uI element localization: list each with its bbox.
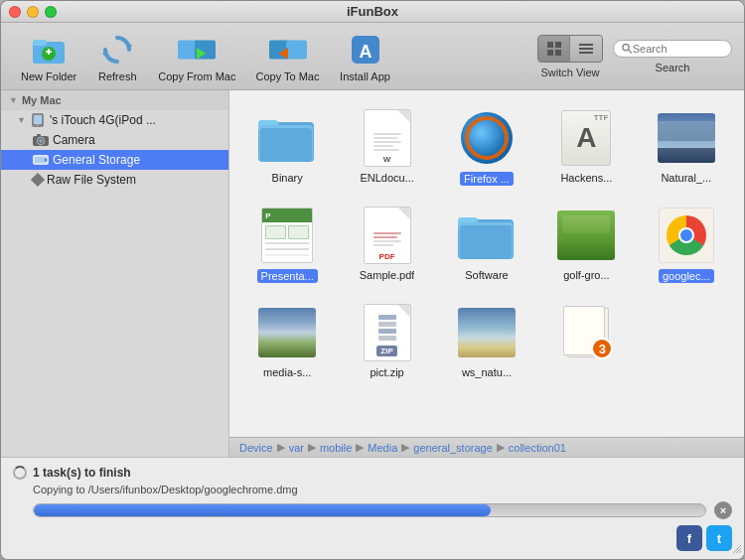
main-content: ▼ My Mac ▼ 's iTouch 4G(iPod ... <box>1 90 744 457</box>
software-label: Software <box>465 269 508 281</box>
sidebar-item-label-general-storage: General Storage <box>53 153 140 167</box>
minimize-button[interactable] <box>27 6 39 18</box>
breadcrumb-part-0[interactable]: Device <box>239 442 273 454</box>
file-item-golf-gro[interactable]: golf-gro... <box>540 200 632 289</box>
file-item-binary[interactable]: Binary <box>241 102 333 192</box>
maximize-button[interactable] <box>45 6 57 18</box>
file-area: Binary <box>229 90 744 457</box>
task-close-button[interactable]: × <box>714 501 732 519</box>
file-item-media-s[interactable]: media-s... <box>241 297 333 384</box>
media-s-label: media-s... <box>263 366 311 378</box>
sidebar-item-general-storage[interactable]: General Storage <box>1 150 228 170</box>
sidebar-item-label-raw-file-system: Raw File System <box>47 173 136 187</box>
sidebar-item-raw-file-system[interactable]: Raw File System <box>1 170 228 190</box>
copy-to-mac-label: Copy To Mac <box>256 70 320 82</box>
copy-from-mac-label: Copy From Mac <box>158 70 235 82</box>
facebook-button[interactable]: f <box>676 525 702 551</box>
breadcrumb-sep-3: ▶ <box>401 441 409 454</box>
svg-rect-11 <box>286 40 307 59</box>
sample-pdf-icon: PDF <box>358 206 417 265</box>
file-item-hackens[interactable]: TTF A Hackens... <box>540 102 632 192</box>
googlec-label: googlec... <box>659 269 714 283</box>
copy-from-mac-icon <box>178 31 216 69</box>
svg-rect-41 <box>460 225 512 258</box>
golf-gro-icon <box>556 206 616 265</box>
breadcrumb-sep-1: ▶ <box>308 441 316 454</box>
binary-icon <box>257 108 317 168</box>
itouch-icon <box>30 113 46 127</box>
breadcrumb-part-5[interactable]: collection01 <box>509 442 566 454</box>
svg-rect-1 <box>33 40 47 46</box>
new-folder-button[interactable]: New Folder <box>13 27 84 86</box>
search-label: Search <box>656 62 690 73</box>
resize-handle[interactable] <box>731 543 743 558</box>
sidebar-item-label-itouch: 's iTouch 4G(iPod ... <box>50 113 156 127</box>
file-item-natural[interactable]: Natural_... <box>641 102 732 192</box>
natural-label: Natural_... <box>661 172 711 184</box>
presenta-label: Presenta... <box>257 269 318 283</box>
file-item-ws-natu[interactable]: ws_natu... <box>441 297 532 384</box>
sample-pdf-label: Sample.pdf <box>360 269 415 281</box>
svg-rect-18 <box>555 50 561 56</box>
breadcrumb-part-2[interactable]: mobile <box>320 442 352 454</box>
pict-zip-icon: ZIP <box>358 303 417 362</box>
file-item-firefox[interactable]: Firefox ... <box>441 102 532 192</box>
sidebar-item-itouch[interactable]: ▼ 's iTouch 4G(iPod ... <box>1 110 228 130</box>
breadcrumb-sep-0: ▶ <box>277 441 285 454</box>
breadcrumb-sep-4: ▶ <box>497 441 505 454</box>
copy-from-mac-button[interactable]: Copy From Mac <box>150 27 243 86</box>
file-item-software[interactable]: Software <box>441 200 532 289</box>
breadcrumb-part-4[interactable]: general_storage <box>413 442 493 454</box>
traffic-lights <box>9 6 57 18</box>
software-icon <box>457 206 517 265</box>
twitter-button[interactable]: t <box>706 525 732 551</box>
storage-icon <box>33 153 49 167</box>
breadcrumb-sep-2: ▶ <box>356 441 364 454</box>
file-item-stacked[interactable]: 3 <box>540 297 632 384</box>
breadcrumb-bar: Device ▶ var ▶ mobile ▶ Media ▶ general_… <box>229 437 744 457</box>
svg-rect-20 <box>579 48 593 50</box>
search-input-wrap <box>613 40 732 58</box>
svg-rect-30 <box>37 134 41 137</box>
svg-point-26 <box>37 124 39 126</box>
file-item-sample-pdf[interactable]: PDF Sample.pdf <box>341 200 432 289</box>
sidebar-item-label-camera: Camera <box>53 133 95 147</box>
switch-view-label: Switch View <box>540 67 599 78</box>
svg-rect-25 <box>34 115 42 124</box>
search-input[interactable] <box>633 43 723 55</box>
breadcrumb-part-3[interactable]: Media <box>368 442 397 454</box>
toolbar: New Folder Refresh <box>1 23 744 90</box>
svg-point-22 <box>623 44 629 50</box>
sidebar-section-header: ▼ My Mac <box>1 90 228 110</box>
file-item-enldocu[interactable]: W ENLdocu... <box>341 102 432 192</box>
social-row: f t <box>13 525 732 551</box>
close-button[interactable] <box>9 6 21 18</box>
grid-view-button[interactable] <box>538 36 570 62</box>
svg-rect-19 <box>579 44 593 46</box>
pict-zip-label: pict.zip <box>370 366 403 378</box>
firefox-icon <box>457 108 517 168</box>
sidebar-item-camera[interactable]: Camera <box>1 130 228 150</box>
camera-icon <box>33 133 49 147</box>
sidebar: ▼ My Mac ▼ 's iTouch 4G(iPod ... <box>1 90 229 457</box>
svg-point-33 <box>45 159 48 162</box>
ws-natu-label: ws_natu... <box>462 366 512 378</box>
file-item-presenta[interactable]: P <box>241 200 333 289</box>
task-header: 1 task(s) to finish <box>13 466 732 480</box>
task-detail: Copying to /Users/ifunbox/Desktop/google… <box>33 484 732 495</box>
breadcrumb-part-1[interactable]: var <box>289 442 304 454</box>
list-view-button[interactable] <box>570 36 602 62</box>
file-item-googlec[interactable]: googlec... <box>641 200 732 289</box>
progress-bar-fill <box>34 504 491 516</box>
refresh-button[interactable]: Refresh <box>88 27 146 86</box>
svg-point-29 <box>39 139 43 143</box>
search-box: Search <box>613 40 732 73</box>
binary-label: Binary <box>272 172 303 184</box>
hackens-label: Hackens... <box>560 172 612 184</box>
copy-to-mac-button[interactable]: Copy To Mac <box>248 27 328 86</box>
file-item-pict-zip[interactable]: ZIP pict.zip <box>341 297 432 384</box>
firefox-label: Firefox ... <box>460 172 514 186</box>
svg-rect-17 <box>547 50 553 56</box>
svg-rect-37 <box>260 128 312 161</box>
install-app-button[interactable]: A Install App <box>332 27 399 86</box>
